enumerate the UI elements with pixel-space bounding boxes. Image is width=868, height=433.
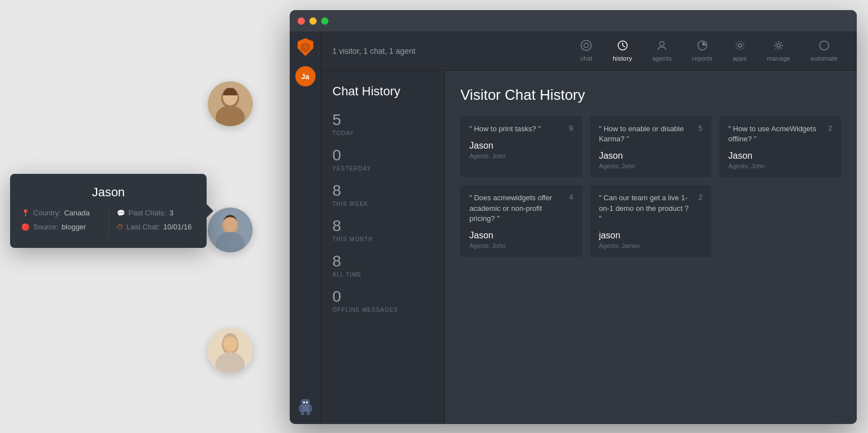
card-4-question: " Does acmewidgets offer academic or non… bbox=[469, 193, 564, 224]
left-panel: Chat History 5 TODAY 0 YESTERDAY 8 THIS … bbox=[321, 71, 445, 424]
visitor-left-col: 📍 Country: Canada 🔴 Source: blogger bbox=[21, 209, 100, 237]
automate-nav-label: automate bbox=[811, 55, 838, 62]
country-label: Country: bbox=[33, 209, 61, 217]
svg-rect-13 bbox=[301, 400, 310, 405]
past-chats-value: 3 bbox=[170, 209, 173, 217]
stat-yesterday-label: YESTERDAY bbox=[332, 165, 433, 172]
svg-rect-17 bbox=[299, 406, 302, 411]
svg-line-25 bbox=[623, 45, 625, 47]
source-icon: 🔴 bbox=[21, 223, 30, 231]
card-3-count: 2 bbox=[823, 124, 832, 132]
user-avatar[interactable]: Ja bbox=[295, 66, 316, 86]
nav-items: chat history bbox=[572, 35, 846, 66]
manage-nav-icon bbox=[773, 40, 784, 53]
source-label: Source: bbox=[33, 223, 58, 231]
card-1-agent: Agents: John bbox=[469, 153, 573, 159]
nav-item-history[interactable]: history bbox=[605, 35, 640, 66]
nav-item-agents[interactable]: agents bbox=[645, 35, 680, 66]
automate-nav-icon bbox=[819, 40, 830, 53]
apps-nav-icon bbox=[734, 40, 746, 53]
card-2-header: " How to enable or disable Karma? " 5 bbox=[599, 124, 703, 144]
card-1-question: " How to print tasks? " bbox=[469, 124, 564, 134]
svg-point-30 bbox=[777, 44, 780, 47]
svg-point-11 bbox=[223, 336, 237, 352]
clock-icon: ⏱ bbox=[117, 223, 124, 231]
stat-yesterday: 0 YESTERDAY bbox=[332, 148, 433, 172]
close-button[interactable] bbox=[298, 17, 305, 25]
maximize-button[interactable] bbox=[321, 17, 328, 25]
nav-item-chat[interactable]: chat bbox=[572, 35, 600, 66]
chat-cards-grid: " How to print tasks? " 9 Jason Agents: … bbox=[460, 116, 841, 257]
app-window: Ja 1 visitor, 1 chat, bbox=[290, 10, 857, 424]
history-nav-label: history bbox=[613, 55, 632, 62]
svg-point-28 bbox=[738, 44, 742, 47]
nav-item-automate[interactable]: automate bbox=[803, 35, 846, 66]
card-5-header: " Can our team get a live 1-on-1 demo on… bbox=[599, 193, 703, 224]
card-3-agent: Agents: John bbox=[728, 163, 832, 169]
nav-item-manage[interactable]: manage bbox=[759, 35, 798, 66]
card-4-header: " Does acmewidgets offer academic or non… bbox=[469, 193, 573, 224]
app-body: Ja 1 visitor, 1 chat, bbox=[290, 31, 857, 424]
svg-point-26 bbox=[660, 42, 664, 46]
stat-this-month: 8 THIS MONTH bbox=[332, 218, 433, 242]
stat-all-time: 8 ALL TIME bbox=[332, 254, 433, 278]
stat-offline-messages: 0 OFFLINE MESSAGES bbox=[332, 289, 433, 313]
card-2-user: Jason bbox=[599, 151, 703, 161]
nav-item-reports[interactable]: reports bbox=[684, 35, 720, 66]
avatar-2 bbox=[208, 208, 253, 252]
svg-rect-20 bbox=[307, 412, 310, 415]
stat-today-number: 5 bbox=[332, 112, 433, 128]
stat-yesterday-number: 0 bbox=[332, 148, 433, 163]
last-chat-label: Last Chat: bbox=[127, 223, 160, 231]
manage-nav-label: manage bbox=[767, 55, 791, 62]
agents-nav-label: agents bbox=[652, 55, 672, 62]
stat-this-week-number: 8 bbox=[332, 183, 433, 199]
reports-nav-icon bbox=[697, 40, 708, 53]
chat-card-1[interactable]: " How to print tasks? " 9 Jason Agents: … bbox=[460, 116, 582, 177]
card-5-count: 2 bbox=[693, 193, 702, 201]
chat-nav-icon bbox=[581, 40, 592, 53]
chat-card-2[interactable]: " How to enable or disable Karma? " 5 Ja… bbox=[590, 116, 712, 177]
visitor-name: Jason bbox=[21, 185, 195, 200]
chat-card-5[interactable]: " Can our team get a live 1-on-1 demo on… bbox=[590, 185, 712, 257]
chat-card-4[interactable]: " Does acmewidgets offer academic or non… bbox=[460, 185, 582, 257]
stat-today: 5 TODAY bbox=[332, 112, 433, 136]
location-icon: 📍 bbox=[21, 209, 30, 217]
apps-nav-label: apps bbox=[733, 55, 747, 62]
svg-point-29 bbox=[736, 42, 744, 49]
panel-title: Chat History bbox=[332, 84, 433, 99]
card-4-agent: Agents: John bbox=[469, 242, 573, 249]
reports-nav-label: reports bbox=[692, 55, 712, 62]
card-1-header: " How to print tasks? " 9 bbox=[469, 124, 573, 134]
svg-point-22 bbox=[584, 43, 588, 48]
section-title: Visitor Chat History bbox=[460, 86, 841, 104]
main-content: 1 visitor, 1 chat, 1 agent chat bbox=[321, 31, 857, 424]
card-2-agent: Agents: John bbox=[599, 163, 703, 169]
card-3-question: " How to use AcmeWidgets offline? " bbox=[728, 124, 823, 144]
source-value: blogger bbox=[62, 223, 86, 231]
card-1-user: Jason bbox=[469, 141, 573, 151]
nav-status: 1 visitor, 1 chat, 1 agent bbox=[332, 47, 572, 56]
chat-nav-label: chat bbox=[580, 55, 592, 62]
svg-rect-19 bbox=[301, 412, 304, 415]
visitor-card: Jason 📍 Country: Canada 🔴 Source: blogge… bbox=[10, 174, 207, 248]
sidebar: Ja bbox=[290, 31, 321, 424]
card-divider bbox=[108, 209, 109, 237]
last-chat-value: 10/01/16 bbox=[163, 223, 192, 231]
stat-all-time-number: 8 bbox=[332, 254, 433, 269]
pixel-character-icon bbox=[296, 398, 314, 416]
visitor-right-col: 💬 Past Chats: 3 ⏱ Last Chat: 10/01/16 bbox=[117, 209, 196, 237]
history-nav-icon bbox=[617, 40, 628, 53]
card-4-user: Jason bbox=[469, 231, 573, 241]
minimize-button[interactable] bbox=[309, 17, 317, 25]
past-chats-label: Past Chats: bbox=[129, 209, 166, 217]
app-logo bbox=[295, 37, 316, 57]
chat-card-3[interactable]: " How to use AcmeWidgets offline? " 2 Ja… bbox=[719, 116, 841, 177]
svg-point-31 bbox=[820, 41, 829, 50]
right-panel: Visitor Chat History " How to print task… bbox=[445, 71, 857, 424]
nav-item-apps[interactable]: apps bbox=[725, 35, 755, 66]
title-bar bbox=[290, 10, 857, 31]
avatar-1 bbox=[208, 81, 253, 126]
chat-count-icon: 💬 bbox=[117, 209, 125, 217]
stat-offline-number: 0 bbox=[332, 289, 433, 305]
